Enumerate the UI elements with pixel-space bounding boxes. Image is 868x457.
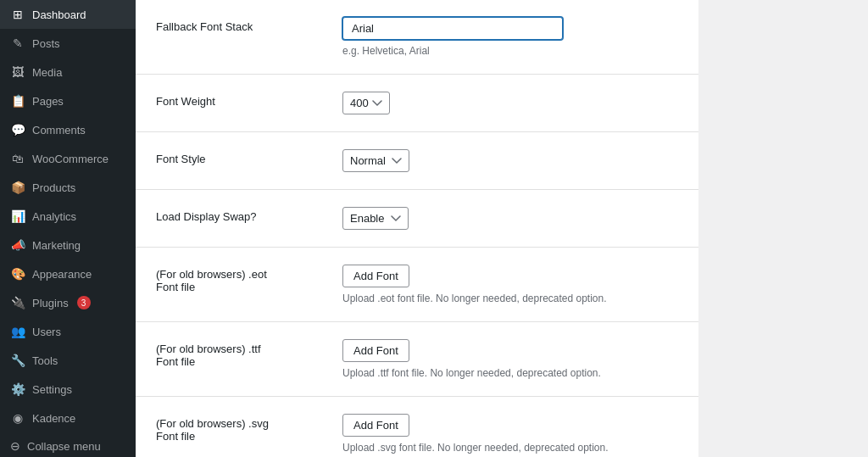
ttf-font-row: (For old browsers) .ttf Font file Add Fo… (136, 322, 698, 397)
sidebar-item-label: Kadence (32, 412, 75, 425)
fallback-font-stack-input[interactable] (342, 17, 563, 40)
sidebar-item-kadence[interactable]: ◉ Kadence (0, 404, 136, 432)
sidebar-item-label: Products (32, 181, 75, 194)
woocommerce-icon: 🛍 (10, 151, 25, 166)
sidebar-item-tools[interactable]: 🔧 Tools (0, 346, 136, 375)
svg-font-label-line1: (For old browsers) .svg (156, 417, 269, 430)
comments-icon: 💬 (10, 122, 25, 137)
right-sidebar (698, 0, 868, 457)
svg-font-label: (For old browsers) .svg Font file (156, 414, 342, 443)
load-display-swap-label: Load Display Swap? (156, 207, 342, 223)
eot-font-label-line2: Font file (156, 281, 195, 293)
settings-icon: ⚙️ (10, 382, 25, 397)
sidebar-item-posts[interactable]: ✎ Posts (0, 29, 136, 58)
sidebar-item-woocommerce[interactable]: 🛍 WooCommerce (0, 144, 136, 173)
svg-font-control: Add Font Upload .svg font file. No longe… (342, 414, 678, 454)
eot-font-control: Add Font Upload .eot font file. No longe… (342, 265, 678, 304)
ttf-add-font-button[interactable]: Add Font (342, 339, 409, 362)
sidebar-item-label: WooCommerce (32, 153, 108, 165)
sidebar-item-label: Appearance (32, 268, 92, 281)
eot-add-font-button[interactable]: Add Font (342, 265, 409, 287)
analytics-icon: 📊 (10, 209, 25, 224)
sidebar-item-label: Users (32, 326, 61, 338)
eot-font-row: (For old browsers) .eot Font file Add Fo… (136, 248, 698, 322)
sidebar-item-label: Media (32, 66, 62, 79)
posts-icon: ✎ (10, 36, 25, 51)
sidebar-item-label: Pages (32, 95, 64, 108)
main-content: Fallback Font Stack e.g. Helvetica, Aria… (136, 0, 698, 457)
products-icon: 📦 (10, 180, 25, 195)
collapse-label: Collapse menu (27, 440, 101, 453)
sidebar-item-label: Analytics (32, 210, 76, 223)
sidebar-item-analytics[interactable]: 📊 Analytics (0, 202, 136, 231)
sidebar-item-marketing[interactable]: 📣 Marketing (0, 231, 136, 259)
sidebar-item-dashboard[interactable]: ⊞ Dashboard (0, 0, 136, 29)
load-display-swap-row: Load Display Swap? Enable Disable (136, 190, 698, 248)
font-weight-control: 100 200 300 400 500 600 700 800 900 (342, 92, 678, 114)
ttf-font-control: Add Font Upload .ttf font file. No longe… (342, 339, 678, 379)
plugins-icon: 🔌 (10, 295, 25, 310)
load-display-swap-select[interactable]: Enable Disable (342, 207, 409, 230)
sidebar-item-products[interactable]: 📦 Products (0, 173, 136, 202)
svg-add-font-button[interactable]: Add Font (342, 414, 409, 437)
font-weight-label: Font Weight (156, 92, 342, 108)
sidebar-item-media[interactable]: 🖼 Media (0, 58, 136, 86)
sidebar-item-label: Dashboard (32, 8, 86, 21)
font-style-row: Font Style Normal Italic Oblique (136, 132, 698, 190)
sidebar-item-label: Plugins (32, 297, 69, 309)
sidebar-item-label: Posts (32, 37, 60, 50)
ttf-font-label-line2: Font file (156, 355, 195, 368)
pages-icon: 📋 (10, 93, 25, 109)
sidebar-item-plugins[interactable]: 🔌 Plugins 3 (0, 288, 136, 317)
sidebar-item-label: Comments (32, 124, 86, 137)
font-style-select[interactable]: Normal Italic Oblique (342, 149, 409, 172)
ttf-font-hint: Upload .ttf font file. No longer needed,… (342, 367, 678, 379)
fallback-font-stack-label: Fallback Font Stack (156, 17, 342, 33)
sidebar-item-settings[interactable]: ⚙️ Settings (0, 375, 136, 404)
fallback-font-stack-row: Fallback Font Stack e.g. Helvetica, Aria… (136, 0, 698, 75)
sidebar-item-label: Tools (32, 354, 58, 367)
collapse-menu[interactable]: ⊖ Collapse menu (0, 432, 136, 457)
users-icon: 👥 (10, 324, 25, 339)
marketing-icon: 📣 (10, 237, 25, 253)
sidebar-item-label: Settings (32, 383, 72, 396)
dashboard-icon: ⊞ (10, 7, 25, 22)
tools-icon: 🔧 (10, 353, 25, 368)
sidebar: ⊞ Dashboard ✎ Posts 🖼 Media 📋 Pages 💬 Co… (0, 0, 136, 457)
sidebar-item-label: Marketing (32, 239, 81, 252)
sidebar-item-appearance[interactable]: 🎨 Appearance (0, 259, 136, 288)
font-style-label: Font Style (156, 149, 342, 165)
fallback-font-stack-control: e.g. Helvetica, Arial (342, 17, 678, 57)
ttf-font-label: (For old browsers) .ttf Font file (156, 339, 342, 368)
fallback-font-stack-hint: e.g. Helvetica, Arial (342, 45, 678, 57)
eot-font-label-line1: (For old browsers) .eot (156, 268, 267, 281)
media-icon: 🖼 (10, 64, 25, 80)
sidebar-item-users[interactable]: 👥 Users (0, 317, 136, 346)
eot-font-label: (For old browsers) .eot Font file (156, 265, 342, 293)
svg-font-row: (For old browsers) .svg Font file Add Fo… (136, 397, 698, 457)
plugins-badge: 3 (77, 296, 91, 309)
appearance-icon: 🎨 (10, 266, 25, 281)
sidebar-item-comments[interactable]: 💬 Comments (0, 115, 136, 144)
sidebar-item-pages[interactable]: 📋 Pages (0, 86, 136, 115)
ttf-font-label-line1: (For old browsers) .ttf (156, 343, 261, 355)
svg-font-hint: Upload .svg font file. No longer needed,… (342, 442, 678, 454)
svg-font-label-line2: Font file (156, 430, 195, 443)
eot-font-hint: Upload .eot font file. No longer needed,… (342, 293, 678, 304)
load-display-swap-control: Enable Disable (342, 207, 678, 230)
font-style-control: Normal Italic Oblique (342, 149, 678, 172)
font-weight-row: Font Weight 100 200 300 400 500 600 700 … (136, 75, 698, 132)
kadence-icon: ◉ (10, 410, 25, 426)
font-weight-select[interactable]: 100 200 300 400 500 600 700 800 900 (342, 92, 390, 114)
collapse-icon: ⊖ (10, 439, 20, 453)
